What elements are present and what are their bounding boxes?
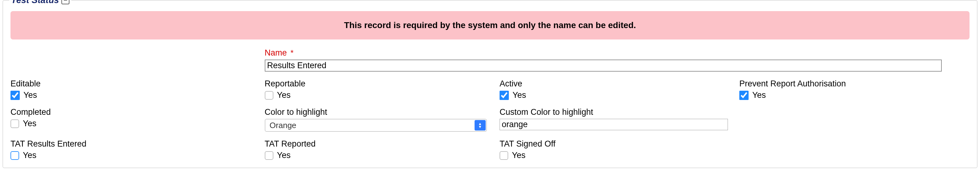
custom-color-label: Custom Color to highlight xyxy=(500,108,733,117)
tat-reported-value-label: Yes xyxy=(277,151,291,160)
tat-signed-value-label: Yes xyxy=(512,151,525,160)
completed-checkbox[interactable] xyxy=(11,119,19,128)
reportable-label: Reportable xyxy=(265,79,493,89)
active-value-label: Yes xyxy=(512,90,526,100)
reportable-checkbox[interactable] xyxy=(265,91,274,100)
tat-signed-label: TAT Signed Off xyxy=(500,139,733,149)
fieldset-title: Test Status xyxy=(11,0,59,5)
fieldset-legend: Test Status − xyxy=(9,0,71,5)
row-2: Completed Yes Color to highlight Orange … xyxy=(11,108,969,132)
editable-label: Editable xyxy=(11,79,259,89)
completed-label: Completed xyxy=(11,108,259,117)
color-selected-value: Orange xyxy=(270,120,296,130)
reportable-value-label: Yes xyxy=(277,90,291,100)
name-row: Name * xyxy=(11,48,969,71)
tat-results-checkbox[interactable] xyxy=(11,151,19,160)
row-1: Editable Yes Reportable Yes Active Yes P… xyxy=(11,79,969,100)
tat-results-label: TAT Results Entered xyxy=(11,139,259,149)
row-3: TAT Results Entered Yes TAT Reported Yes… xyxy=(11,139,969,160)
color-select[interactable]: Orange ▲▼ xyxy=(265,119,487,132)
alert-text: This record is required by the system an… xyxy=(344,21,636,30)
tat-reported-label: TAT Reported xyxy=(265,139,493,149)
collapse-toggle-button[interactable]: − xyxy=(61,0,69,4)
prevent-value-label: Yes xyxy=(752,90,766,100)
custom-color-input[interactable] xyxy=(500,119,728,130)
prevent-checkbox[interactable] xyxy=(739,91,749,100)
name-label: Name * xyxy=(265,48,942,58)
required-indicator: * xyxy=(290,48,293,57)
prevent-label: Prevent Report Authorisation xyxy=(739,79,963,89)
active-checkbox[interactable] xyxy=(500,91,509,100)
system-required-alert: This record is required by the system an… xyxy=(11,11,969,40)
minus-icon: − xyxy=(64,0,68,4)
editable-value-label: Yes xyxy=(24,90,37,100)
editable-checkbox[interactable] xyxy=(11,91,20,100)
test-status-fieldset: Test Status − This record is required by… xyxy=(2,0,978,168)
chevron-updown-icon: ▲▼ xyxy=(474,120,486,130)
tat-results-value-label: Yes xyxy=(23,151,37,160)
name-input[interactable] xyxy=(265,60,942,71)
color-label: Color to highlight xyxy=(265,108,493,117)
completed-value-label: Yes xyxy=(23,119,37,128)
tat-signed-checkbox[interactable] xyxy=(500,151,508,160)
active-label: Active xyxy=(500,79,733,89)
tat-reported-checkbox[interactable] xyxy=(265,151,274,160)
